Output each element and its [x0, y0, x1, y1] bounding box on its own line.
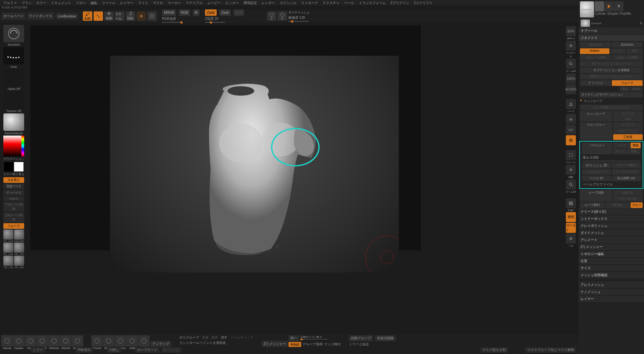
brush-TrimAd[interactable]	[91, 335, 103, 347]
menu-Zプラグイン[interactable]: Zプラグイン	[388, 1, 411, 5]
menu-ドロー[interactable]: ドロー	[74, 1, 88, 5]
local-button[interactable]	[566, 135, 576, 145]
brush-Inflat[interactable]	[126, 335, 138, 347]
brush-SliceCu[interactable]	[103, 335, 114, 347]
scroll-button[interactable]	[566, 41, 576, 51]
brush-preset[interactable]	[14, 230, 24, 240]
edit-mode-button[interactable]: Edit	[83, 11, 92, 21]
brush-preset[interactable]	[3, 256, 13, 266]
rgb-intensity-slider[interactable]: RGB強度	[162, 16, 200, 23]
del-higher-geo[interactable]: 上位レベル削除	[612, 55, 643, 60]
zremesher-section[interactable]: Zリメッシャー	[579, 244, 644, 251]
alpha-selector[interactable]	[3, 69, 24, 87]
smooth-geo-button[interactable]: スムーズ	[612, 80, 643, 86]
menu-マクロ[interactable]: マクロ	[151, 1, 165, 5]
brush-ZModel[interactable]	[60, 335, 71, 347]
brush-selector[interactable]	[3, 25, 24, 42]
dynamic-sub-section[interactable]: ダイナミックサブディビジョン	[580, 92, 643, 98]
smooth-button[interactable]: スムーズ	[3, 223, 24, 229]
zoom3d-button[interactable]	[566, 180, 576, 190]
material-selector[interactable]	[3, 113, 24, 131]
menu-ツール[interactable]: ツール	[342, 1, 356, 5]
delete-loop-button[interactable]: ループ削除	[580, 190, 612, 202]
edgeloop-button[interactable]: エッジループ	[580, 111, 612, 121]
scale-mode-button[interactable]: スケール	[115, 11, 124, 21]
menu-ステンシル[interactable]: ステンシル	[278, 1, 299, 5]
gizmo-button[interactable]	[137, 11, 146, 21]
lightbox-button[interactable]: ライトボックス	[27, 12, 54, 20]
brush-preset[interactable]	[14, 256, 24, 266]
localxyz-button[interactable]: xyz	[566, 124, 576, 135]
tool-thumb-2[interactable]	[595, 1, 604, 11]
sculptris-s-button[interactable]: S	[267, 11, 276, 21]
menu-カラー[interactable]: カラー	[34, 1, 48, 5]
position-section[interactable]: 位置	[579, 258, 644, 265]
homepage-button[interactable]: ホームページ	[1, 12, 25, 20]
menu-ライト[interactable]: ライト	[136, 1, 150, 5]
liveboolean-button[interactable]: LiveBoolean	[56, 13, 78, 19]
panelloop-button[interactable]: パネルルー	[582, 143, 612, 154]
frame-button[interactable]	[566, 150, 576, 160]
mrgb-button[interactable]: MRGB	[162, 9, 176, 16]
zoom2d-button[interactable]	[566, 59, 576, 69]
menu-ピッカー[interactable]: ピッカー	[223, 1, 241, 5]
z-intensity-slider[interactable]: Z強度 25	[205, 16, 244, 23]
color-swatch-white[interactable]	[14, 162, 23, 171]
del-upper-button[interactable]: 上位レベル削除	[3, 212, 24, 222]
bevel-slider[interactable]: ベベル 50	[582, 175, 611, 181]
divide-geo-button[interactable]: ディバイド	[580, 80, 611, 86]
claypolish-section[interactable]: クレイポリッシュ	[579, 222, 644, 230]
brush-hPolish[interactable]	[138, 335, 150, 347]
meshcheck-section[interactable]: メッシュ状態確認	[579, 272, 644, 279]
menu-レンダー[interactable]: レンダー	[260, 1, 277, 5]
brush-MoveTi[interactable]	[37, 335, 48, 347]
brush-Move[interactable]	[25, 335, 36, 347]
ghost-button[interactable]: ゴースト	[566, 223, 576, 233]
brush-preset[interactable]	[14, 243, 24, 253]
divide-button[interactable]: ディバイド	[3, 190, 24, 196]
back-mask-button[interactable]: 背面マスク	[3, 184, 24, 189]
actual-button[interactable]: 100%	[566, 73, 576, 84]
menu-マテリアル[interactable]: マテリアル	[184, 1, 205, 5]
menu-ファイル[interactable]: ファイル	[100, 1, 117, 5]
zcut-button[interactable]: Zcut	[233, 9, 244, 16]
polish-slider[interactable]: ポリッシュ 30	[582, 162, 611, 168]
draw-mode-button[interactable]	[94, 11, 103, 21]
subdiv-slider[interactable]: SubDiv	[580, 48, 609, 54]
size-section[interactable]: サイズ	[579, 265, 644, 272]
elevation-slider[interactable]: 高さ調整 100	[612, 175, 641, 181]
freeze-sub-button[interactable]: サブディビジョンをフリーズ	[580, 61, 643, 67]
brush-Standa[interactable]	[1, 335, 13, 347]
del-lower-button[interactable]: 下位レベル削除	[3, 202, 24, 212]
bevel-profile[interactable]: ベベルプロファイル	[581, 182, 642, 188]
subtool-section[interactable]: サブツール	[579, 28, 644, 35]
menu-アルファ[interactable]: アルファ	[1, 1, 19, 5]
decimate-section[interactable]: デシメート	[579, 237, 644, 244]
transp-button[interactable]: 透明	[566, 212, 576, 222]
canvas[interactable]	[110, 56, 399, 272]
unwrap-button[interactable]: アンラップ	[150, 341, 171, 347]
rgb-button[interactable]: RGB	[179, 9, 190, 16]
align-loop-button[interactable]: ループ整列	[580, 202, 605, 208]
brush-SelectLa[interactable]	[115, 335, 126, 347]
shadowbox-section[interactable]: シャドーボックス	[579, 215, 644, 222]
menu-ムービー[interactable]: ムービー	[205, 1, 223, 5]
swap-button[interactable]: 入れ替え	[3, 177, 24, 183]
low-subdiv-button[interactable]: 低SubDiv	[580, 42, 611, 48]
tool-thumb-3[interactable]	[604, 1, 614, 11]
brush-ZRemes[interactable]	[48, 335, 60, 347]
brush-ClayBui[interactable]	[13, 335, 24, 347]
bpr-convert-button[interactable]: BPRをジオメトリにコンバート	[580, 74, 643, 80]
half-button[interactable]: AC50%	[566, 84, 576, 94]
zsub-button[interactable]: Zsub	[219, 9, 231, 16]
rotate-mode-button[interactable]: 回転	[126, 11, 135, 21]
floor-button[interactable]	[566, 114, 576, 124]
high-subdiv-button[interactable]: 高SubDiv	[612, 42, 643, 48]
edgeloop-section[interactable]: エッジループ	[583, 98, 643, 104]
nano-section[interactable]: ナノメッシュ	[579, 289, 644, 296]
pers-button[interactable]	[566, 99, 576, 109]
move3d-button[interactable]	[566, 165, 576, 175]
menu-レイヤー[interactable]: レイヤー	[118, 1, 136, 5]
mirror-status[interactable]: ミラー	[31, 347, 45, 353]
mask-edge-button[interactable]: マスク境界にエッジループ	[580, 105, 643, 110]
